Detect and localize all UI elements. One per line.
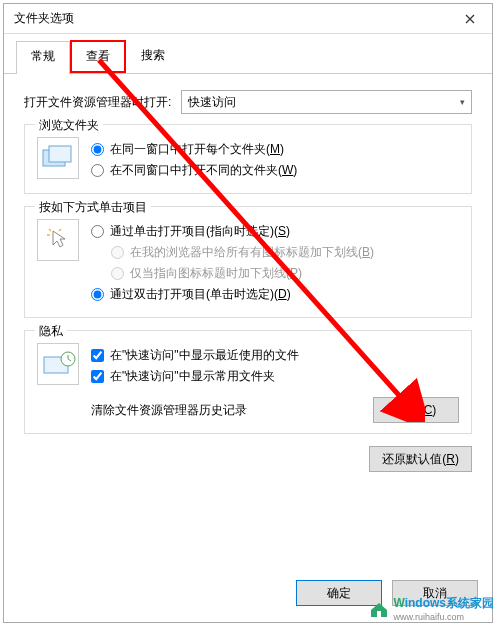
radio-input[interactable] <box>91 225 104 238</box>
open-explorer-row: 打开文件资源管理器时打开: 快速访问 ▾ <box>24 90 472 114</box>
radio-input[interactable] <box>91 288 104 301</box>
titlebar: 文件夹选项 <box>4 4 492 34</box>
svg-rect-5 <box>377 611 381 617</box>
radio-same-window[interactable]: 在同一窗口中打开每个文件夹(M) <box>91 141 459 158</box>
open-explorer-combo[interactable]: 快速访问 ▾ <box>181 90 472 114</box>
privacy-group: 隐私 在"快速访问"中显示最近使用的文件 在"快速访问"中显示常用文件夹 <box>24 330 472 434</box>
combo-value: 快速访问 <box>188 94 236 111</box>
watermark: Windows系统家园 www.ruihaifu.com <box>369 595 494 622</box>
tab-search[interactable]: 搜索 <box>126 40 180 73</box>
browse-group-title: 浏览文件夹 <box>35 117 103 134</box>
window-title: 文件夹选项 <box>14 10 447 27</box>
radio-diff-window[interactable]: 在不同窗口中打开不同的文件夹(W) <box>91 162 459 179</box>
svg-rect-1 <box>49 146 71 162</box>
privacy-group-title: 隐私 <box>35 323 67 340</box>
checkbox-input[interactable] <box>91 349 104 362</box>
radio-underline-hover: 仅当指向图标标题时加下划线(P) <box>111 265 459 282</box>
radio-input <box>111 267 124 280</box>
tab-content: 打开文件资源管理器时打开: 快速访问 ▾ 浏览文件夹 在同一窗口中打开每个文件夹… <box>4 74 492 490</box>
click-group-title: 按如下方式单击项目 <box>35 199 151 216</box>
check-recent-files[interactable]: 在"快速访问"中显示最近使用的文件 <box>91 347 459 364</box>
close-button[interactable] <box>447 4 492 34</box>
radio-input[interactable] <box>91 164 104 177</box>
tab-bar: 常规 查看 搜索 <box>4 34 492 74</box>
radio-single-click[interactable]: 通过单击打开项目(指向时选定)(S) <box>91 223 459 240</box>
privacy-icon <box>37 343 79 385</box>
house-icon <box>369 600 389 618</box>
radio-input[interactable] <box>91 143 104 156</box>
radio-double-click[interactable]: 通过双击打开项目(单击时选定)(D) <box>91 286 459 303</box>
restore-defaults-button[interactable]: 还原默认值(R) <box>369 446 472 472</box>
checkbox-input[interactable] <box>91 370 104 383</box>
open-explorer-label: 打开文件资源管理器时打开: <box>24 94 171 111</box>
close-icon <box>465 14 475 24</box>
click-icon <box>37 219 79 261</box>
radio-input <box>111 246 124 259</box>
radio-underline-all: 在我的浏览器中给所有有图标标题加下划线(B) <box>111 244 459 261</box>
folder-options-dialog: 文件夹选项 常规 查看 搜索 打开文件资源管理器时打开: 快速访问 ▾ 浏览文件… <box>3 3 493 623</box>
check-frequent-folders[interactable]: 在"快速访问"中显示常用文件夹 <box>91 368 459 385</box>
clear-history-label: 清除文件资源管理器历史记录 <box>91 402 247 419</box>
chevron-down-icon: ▾ <box>460 97 465 107</box>
click-items-group: 按如下方式单击项目 通过单击打开项目(指向时选定)(S) 在我的浏览器中给所有有… <box>24 206 472 318</box>
tab-view[interactable]: 查看 <box>70 40 126 73</box>
browse-folders-group: 浏览文件夹 在同一窗口中打开每个文件夹(M) 在不同窗口中打开不同的文件夹(W) <box>24 124 472 194</box>
browse-icon <box>37 137 79 179</box>
tab-general[interactable]: 常规 <box>16 41 70 74</box>
clear-button[interactable]: 清除(C) <box>373 397 459 423</box>
